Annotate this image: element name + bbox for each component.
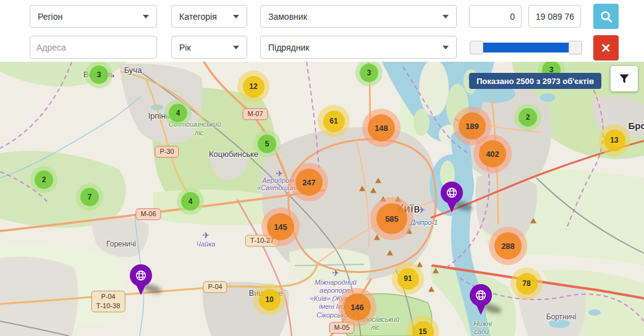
filter-icon xyxy=(618,73,630,85)
slider-fill xyxy=(477,43,575,52)
peak-icon xyxy=(387,250,393,256)
cluster-marker[interactable]: 288 xyxy=(489,227,527,265)
clear-filters-button[interactable]: ✕ xyxy=(593,35,619,61)
cluster-marker[interactable]: 2 xyxy=(514,104,541,131)
cluster-marker[interactable]: 91 xyxy=(392,262,424,295)
map-label: ліс xyxy=(371,324,379,331)
customer-select[interactable]: Замовник xyxy=(260,5,457,28)
road-badge: М-07 xyxy=(242,108,268,120)
slider-handle-max[interactable] xyxy=(569,41,582,54)
cluster-marker[interactable]: 247 xyxy=(290,163,328,201)
road-badge: Р-04Т-10-38 xyxy=(91,291,125,313)
chevron-down-icon xyxy=(233,15,239,19)
map-overlays: БучаВорзельІрпіньКоцюбинськеГореничіВишн… xyxy=(0,62,644,336)
peak-icon xyxy=(428,287,434,292)
category-select[interactable]: Категорія xyxy=(171,5,247,28)
map-label: Бро xyxy=(628,120,644,131)
cluster-marker[interactable]: 61 xyxy=(318,105,350,137)
cluster-marker[interactable]: 148 xyxy=(362,109,400,147)
search-button[interactable] xyxy=(593,4,619,29)
cluster-marker[interactable]: 145 xyxy=(261,208,300,246)
cluster-marker[interactable]: 10 xyxy=(253,284,286,316)
cluster-marker[interactable]: 2 xyxy=(30,166,57,193)
map-label: Чайка xyxy=(197,240,216,248)
map-label: Бортничі xyxy=(546,313,577,321)
value-min-input[interactable] xyxy=(469,5,522,28)
peak-icon xyxy=(370,188,376,193)
cluster-marker[interactable]: 3 xyxy=(85,62,112,88)
map-label: Гореничі xyxy=(106,240,136,248)
cluster-marker[interactable]: 3 xyxy=(355,62,383,86)
peak-icon xyxy=(433,268,439,274)
search-icon xyxy=(599,9,614,24)
cluster-marker[interactable]: 5 xyxy=(253,130,281,158)
globe-icon xyxy=(470,284,492,306)
address-input[interactable] xyxy=(30,36,157,59)
cluster-marker[interactable]: 146 xyxy=(338,288,376,326)
globe-icon xyxy=(441,182,463,204)
map-filter-button[interactable] xyxy=(611,66,638,91)
contractor-select[interactable]: Підрядник xyxy=(260,36,457,59)
value-max-input[interactable] xyxy=(528,5,581,28)
cluster-marker[interactable]: 12 xyxy=(237,70,269,103)
airplane-icon: ✈ xyxy=(332,268,339,278)
road-badge: Р-30 xyxy=(155,146,179,158)
road-badge: М-06 xyxy=(135,208,161,220)
customer-select-label: Замовник xyxy=(268,12,307,22)
procurement-map-app: Регіон Категорія Замовник Рік Підрядник xyxy=(0,0,644,336)
peak-icon xyxy=(359,186,365,191)
peak-icon xyxy=(375,178,381,183)
cluster-marker[interactable]: 13 xyxy=(598,124,630,156)
status-badge: Показано 2500 з 2973 об'єктів xyxy=(469,73,601,89)
road-badge: Р-04 xyxy=(203,281,227,293)
airplane-icon: ✈ xyxy=(418,205,425,215)
map-label: Нижні xyxy=(473,320,492,327)
cluster-marker[interactable]: 15 xyxy=(407,316,439,336)
chevron-down-icon xyxy=(143,15,149,19)
close-icon: ✕ xyxy=(601,42,611,54)
map-label: ліс xyxy=(195,129,203,136)
map-label: Дніпро-1 xyxy=(410,219,438,226)
slider-handle-min[interactable] xyxy=(470,41,483,54)
chevron-down-icon xyxy=(443,15,449,19)
chevron-down-icon xyxy=(233,46,239,49)
year-select-label: Рік xyxy=(179,43,191,52)
filter-bar: Регіон Категорія Замовник Рік Підрядник xyxy=(0,0,644,62)
airplane-icon: ✈ xyxy=(202,230,210,240)
cluster-marker[interactable]: 78 xyxy=(511,267,543,300)
globe-icon xyxy=(130,264,152,287)
map-label: Коцюбинське xyxy=(209,149,258,159)
chevron-down-icon xyxy=(443,46,449,49)
year-select[interactable]: Рік xyxy=(171,36,247,59)
cluster-marker[interactable]: 585 xyxy=(370,197,413,240)
airplane-icon: ✈ xyxy=(276,169,283,178)
contractor-select-label: Підрядник xyxy=(268,43,309,52)
cluster-marker[interactable]: 402 xyxy=(473,135,512,173)
cluster-marker[interactable]: 4 xyxy=(177,188,204,215)
category-select-label: Категорія xyxy=(179,12,217,22)
map-label: Буча xyxy=(124,65,142,75)
cluster-marker[interactable]: 7 xyxy=(76,183,103,211)
cluster-marker[interactable]: 4 xyxy=(164,99,192,127)
value-range-slider[interactable] xyxy=(470,41,582,54)
region-select[interactable]: Регіон xyxy=(30,5,157,28)
map-label: сади xyxy=(474,328,489,335)
region-select-label: Регіон xyxy=(38,12,62,22)
peak-icon xyxy=(530,218,536,224)
map-canvas[interactable]: БучаВорзельІрпіньКоцюбинськеГореничіВишн… xyxy=(0,62,644,336)
map-label: Міжнародний xyxy=(315,279,357,286)
